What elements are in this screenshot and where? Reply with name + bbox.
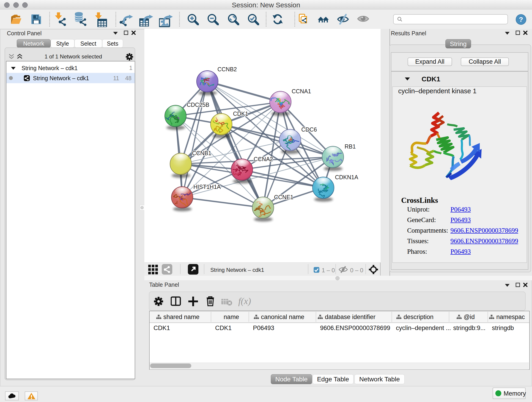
svg-text:CDKN1A: CDKN1A (335, 174, 358, 180)
svg-text:CDC25B: CDC25B (187, 102, 209, 108)
svg-text:CCNE1: CCNE1 (274, 194, 293, 200)
svg-text:CDK1: CDK1 (233, 110, 248, 117)
svg-text:CDC6: CDC6 (301, 126, 317, 133)
svg-text:RB1: RB1 (345, 143, 356, 150)
svg-text:CCNA1: CCNA1 (292, 88, 311, 95)
svg-text:CCNB1: CCNB1 (192, 150, 211, 156)
svg-text:CCNA2: CCNA2 (254, 156, 273, 162)
svg-text:CCNB2: CCNB2 (217, 66, 237, 72)
svg-text:HIST1H1A: HIST1H1A (193, 184, 221, 190)
